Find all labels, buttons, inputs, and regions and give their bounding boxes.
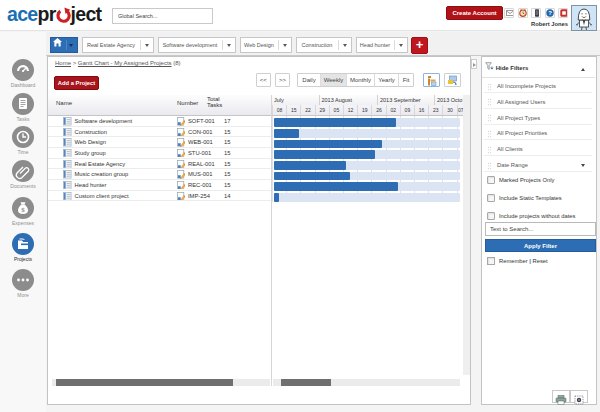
svg-text:$: $ — [21, 206, 25, 214]
svg-text:?: ? — [548, 10, 552, 16]
